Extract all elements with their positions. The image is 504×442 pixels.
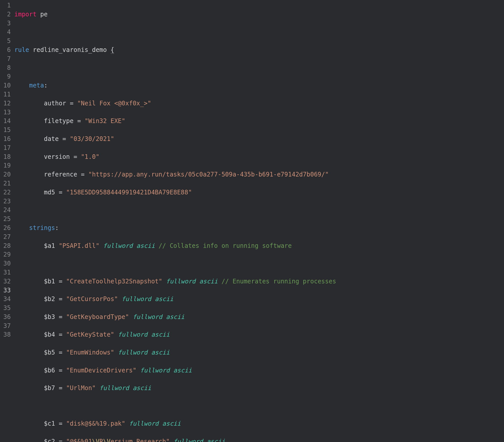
line-number: 37: [0, 322, 11, 330]
string-literal: "CreateToolhelp32Snapshot": [66, 278, 162, 285]
line-number: 35: [0, 304, 11, 313]
modifier: fullword ascii: [173, 438, 225, 442]
line-number: 25: [0, 215, 11, 224]
string-literal: "EnumDeviceDrivers": [66, 367, 136, 374]
meta-key: md5: [44, 189, 55, 196]
line-number: 28: [0, 241, 11, 250]
line-number: 11: [0, 90, 11, 99]
modifier: fullword ascii: [122, 295, 173, 303]
line-number: 12: [0, 99, 11, 108]
var-a1: $a1: [44, 242, 55, 249]
string-literal: "GetCursorPos": [66, 295, 118, 303]
line-number: 34: [0, 295, 11, 304]
modifier: fullword ascii: [99, 384, 151, 392]
string-literal: "disk@$&%19.pak": [66, 420, 125, 427]
line-number: 24: [0, 206, 11, 215]
code-line: $c2 = "@$&%01\VR\Versium Research" fullw…: [14, 437, 504, 442]
line-number: 23: [0, 197, 11, 206]
code-editor[interactable]: import pe rule redline_varonis_demo { me…: [14, 1, 504, 442]
modifier: fullword ascii: [118, 331, 170, 338]
keyword-rule: rule: [14, 46, 29, 53]
line-number-gutter: 1234567891011121314151617181920212223242…: [0, 1, 14, 442]
keyword-import: import: [14, 11, 37, 18]
string-literal: "158E5DD95884449919421D4BA79E8E88": [66, 189, 192, 196]
rule-name: redline_varonis_demo: [33, 46, 107, 53]
open-brace: {: [111, 46, 114, 54]
modifier: fullword ascii: [133, 313, 184, 321]
code-line: $c1 = "disk@$&%19.pak" fullword ascii: [14, 419, 504, 428]
string-literal: "EnumWindows": [66, 349, 114, 356]
keyword-strings: strings: [29, 224, 55, 231]
code-line: $b7 = "UrlMon" fullword ascii: [14, 384, 504, 393]
code-line: [14, 28, 504, 37]
string-literal: "Neil Fox <@0xf0x_>": [77, 100, 151, 107]
line-number: 3: [0, 19, 11, 28]
line-number: 21: [0, 179, 11, 188]
code-line: $b2 = "GetCursorPos" fullword ascii: [14, 295, 504, 304]
var-c1: $c1: [44, 420, 55, 427]
string-literal: "UrlMon": [66, 384, 96, 392]
line-number: 32: [0, 277, 11, 286]
code-line: import pe: [14, 10, 504, 19]
line-number: 33: [0, 286, 11, 295]
line-number: 8: [0, 63, 11, 72]
code-line: [14, 63, 504, 72]
line-number: 19: [0, 161, 11, 170]
keyword-meta: meta: [29, 82, 44, 89]
line-number: 16: [0, 135, 11, 143]
code-line: [14, 206, 504, 215]
string-literal: "GetKeyState": [66, 331, 114, 338]
line-number: 20: [0, 170, 11, 179]
string-literal: "03/30/2021": [70, 135, 114, 142]
code-line: reference = "https://app.any.run/tasks/0…: [14, 170, 504, 179]
line-number: 26: [0, 224, 11, 233]
code-line: strings:: [14, 224, 504, 233]
string-literal: "PSAPI.dll": [59, 242, 99, 249]
line-number: 9: [0, 72, 11, 81]
code-line: version = "1.0": [14, 152, 504, 161]
code-line: $b3 = "GetKeyboardType" fullword ascii: [14, 313, 504, 322]
string-literal: "@$&%01\VR\Versium Research": [66, 438, 170, 442]
line-number: 13: [0, 108, 11, 117]
code-line: $b5 = "EnumWindows" fullword ascii: [14, 348, 504, 357]
meta-key: filetype: [44, 117, 74, 125]
var-b5: $b5: [44, 349, 55, 356]
line-number: 10: [0, 81, 11, 90]
var-b3: $b3: [44, 313, 55, 321]
line-number: 18: [0, 152, 11, 161]
line-number: 5: [0, 37, 11, 46]
modifier: fullword ascii: [129, 420, 181, 427]
code-line: author = "Neil Fox <@0xf0x_>": [14, 99, 504, 108]
var-b2: $b2: [44, 295, 55, 303]
code-line: meta:: [14, 81, 504, 90]
line-number: 15: [0, 126, 11, 135]
meta-key: reference: [44, 171, 77, 178]
string-literal: "GetKeyboardType": [66, 313, 129, 321]
line-number: 38: [0, 330, 11, 339]
line-number: 30: [0, 259, 11, 268]
code-line: $b6 = "EnumDeviceDrivers" fullword ascii: [14, 366, 504, 375]
line-number: 36: [0, 313, 11, 322]
line-number: 2: [0, 10, 11, 19]
line-number: 1: [0, 1, 11, 10]
code-line: [14, 402, 504, 411]
var-b6: $b6: [44, 367, 55, 374]
code-line: $b4 = "GetKeyState" fullword ascii: [14, 330, 504, 339]
code-line: [14, 259, 504, 268]
comment: // Collates info on running software: [159, 242, 292, 249]
code-line: filetype = "Win32 EXE": [14, 117, 504, 126]
line-number: 31: [0, 268, 11, 277]
line-number: 17: [0, 143, 11, 152]
modifier: fullword ascii: [140, 367, 192, 374]
code-line: date = "03/30/2021": [14, 135, 504, 143]
code-line: md5 = "158E5DD95884449919421D4BA79E8E88": [14, 188, 504, 197]
line-number: 4: [0, 28, 11, 37]
string-literal: "1.0": [81, 153, 99, 160]
modifier: fullword ascii: [118, 349, 170, 356]
var-b7: $b7: [44, 384, 55, 392]
var-b4: $b4: [44, 331, 55, 338]
var-c2: $c2: [44, 438, 55, 442]
meta-key: version: [44, 153, 70, 160]
line-number: 14: [0, 117, 11, 126]
code-line: rule redline_varonis_demo {: [14, 46, 504, 54]
